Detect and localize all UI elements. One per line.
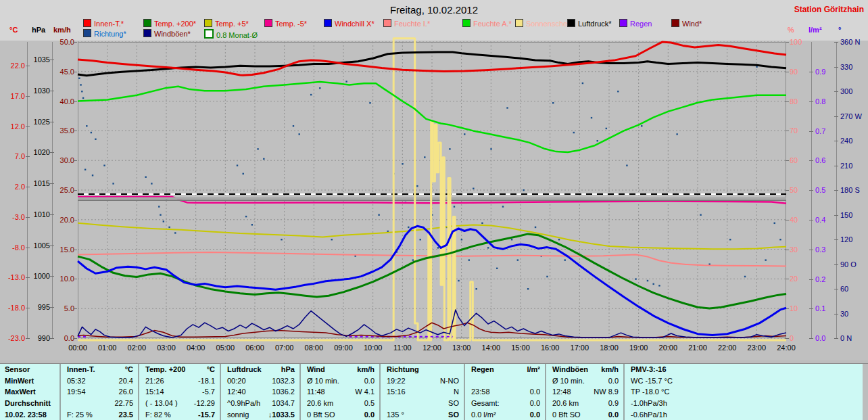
wind-direction-dot xyxy=(573,132,575,133)
wind-direction-dot xyxy=(145,177,146,178)
axis-tick-label-deg: 360 N xyxy=(840,39,860,46)
wind-direction-dot xyxy=(558,239,560,240)
legend-item-label: Windböen* xyxy=(154,30,191,38)
time-label: 20:00 xyxy=(653,344,683,352)
axis-tick-mark xyxy=(26,126,30,127)
axis-tick-mark xyxy=(809,250,813,250)
axis-tick-label-pct: 10 xyxy=(790,305,798,312)
wind-direction-dot xyxy=(756,66,757,68)
legend-item-wind-[interactable]: Wind* xyxy=(671,19,702,27)
table-cell-text: 0 Bft SO xyxy=(546,411,608,419)
table-cell-text: 0 Bft SO xyxy=(301,411,364,419)
wind-direction-dot xyxy=(591,117,592,118)
table-cell-value: NW 8.9 xyxy=(594,388,623,396)
legend-item-windb-en-[interactable]: Windböen* xyxy=(143,29,191,37)
wind-direction-dot xyxy=(641,125,642,126)
table-cell-text: 21:26 xyxy=(139,377,198,385)
legend-item-luftdruck-[interactable]: Luftdruck* xyxy=(567,19,612,27)
table-cell-text: 23:58 xyxy=(465,388,530,396)
legend-item-sonnenschein[interactable]: Sonnenschein xyxy=(515,19,573,27)
wind-direction-dot xyxy=(257,148,258,149)
table-cell-value: ↓1033.5 xyxy=(268,411,299,419)
table-column-regen: Regenl/m²23:580.0Gesamt:0.00.0 l/m²0.0 xyxy=(464,364,545,420)
axis-tick-mark xyxy=(50,183,54,184)
time-label: 00:00 xyxy=(63,344,93,352)
legend-item-feuchte-a-[interactable]: Feuchte A.* xyxy=(462,19,512,27)
wind-direction-dot xyxy=(82,97,84,99)
axis-tick-mark xyxy=(809,308,813,309)
wind-direction-dot xyxy=(464,133,465,135)
table-cell-text: 20.6 km xyxy=(301,399,364,407)
sensor-stats-table: SensorMinWertMaxWertDurchschnitt10.02. 2… xyxy=(0,364,863,420)
wind-direction-dot xyxy=(779,239,781,240)
legend-item-temp-+200-[interactable]: Temp. +200* xyxy=(143,19,196,27)
table-cell-text: 12:48 xyxy=(546,388,594,396)
axis-tick-mark xyxy=(73,308,77,309)
time-label: 24:00 xyxy=(771,344,801,352)
column-header-unit: l/m² xyxy=(527,365,545,373)
legend-swatch-icon xyxy=(671,19,679,27)
axis-tick-label-c: 22.0 xyxy=(11,62,25,70)
wind-direction-dot xyxy=(345,80,347,82)
legend-item-innen-t-[interactable]: Innen-T.* xyxy=(83,19,124,27)
legend-swatch-icon xyxy=(619,19,627,27)
wind-direction-dot xyxy=(78,78,80,79)
column-header-unit: °C xyxy=(207,365,220,373)
legend-item-temp-+5-[interactable]: Temp. +5* xyxy=(204,19,249,27)
wind-direction-dot xyxy=(461,239,462,240)
weather-plot[interactable] xyxy=(78,42,786,342)
legend-item-0-8-monat-[interactable]: 0.8 Monat-Ø xyxy=(204,29,258,37)
column-header-name: Wind xyxy=(301,365,357,373)
axis-tick-mark xyxy=(73,101,77,102)
legend-item-feuchte-i-[interactable]: Feuchte I.* xyxy=(383,19,430,27)
wind-direction-dot xyxy=(91,132,92,133)
axis-tick-label-kmh: 50.0 xyxy=(60,39,74,46)
legend-swatch-icon xyxy=(204,19,212,27)
legend-item-label: Sonnenschein xyxy=(526,20,573,28)
time-label: 13:00 xyxy=(447,344,477,352)
wind-direction-dot xyxy=(496,268,498,269)
axis-tick-label-lm2: 0.7 xyxy=(815,128,825,135)
legend-item-windchill-x-[interactable]: Windchill X* xyxy=(324,19,375,27)
table-cell-value: 20.4 xyxy=(119,377,138,385)
axis-tick-mark xyxy=(834,190,838,191)
table-cell-value: -12.29 xyxy=(194,399,220,407)
legend-item-richtung-[interactable]: Richtung* xyxy=(83,29,126,37)
column-header-unit: km/h xyxy=(601,365,623,373)
axis-tick-mark xyxy=(834,264,838,265)
table-cell-value: 1034.7 xyxy=(272,399,299,407)
axis-tick-mark xyxy=(26,248,30,248)
axis-unit-celsius: °C xyxy=(9,26,18,34)
legend-item-regen[interactable]: Regen xyxy=(619,19,652,27)
axis-unit-kmh: km/h xyxy=(53,26,71,34)
wind-direction-dot xyxy=(416,185,418,187)
column-header-name: Temp. +200 xyxy=(139,365,207,373)
wind-direction-dot xyxy=(449,148,450,149)
axis-tick-mark xyxy=(809,279,813,280)
axis-tick-label-c: 12.0 xyxy=(11,123,25,131)
legend-item-label: Windchill X* xyxy=(335,20,375,28)
table-row-label: MinWert xyxy=(0,377,34,385)
series-innen-temp xyxy=(78,42,786,75)
axis-tick-mark xyxy=(73,338,77,339)
table-cell-text: 15:14 xyxy=(139,388,202,396)
axis-tick-mark xyxy=(50,307,54,308)
wind-direction-dot xyxy=(502,206,504,207)
wind-direction-dot xyxy=(676,133,677,135)
legend-item-temp-5-[interactable]: Temp. -5* xyxy=(264,19,307,27)
wind-direction-dot xyxy=(546,276,548,277)
table-row-label: MaxWert xyxy=(0,388,36,396)
time-label: 04:00 xyxy=(181,344,211,352)
table-cell-text: 05:32 xyxy=(61,377,119,385)
wind-direction-dot xyxy=(552,102,554,103)
page-title: Freitag, 10.02.2012 xyxy=(0,4,868,16)
axis-tick-label-pct: 20 xyxy=(790,275,798,283)
table-column-innen-t-: Innen-T.°C05:3220.419:5426.022.75F: 25 %… xyxy=(59,364,138,420)
wind-direction-dot xyxy=(617,91,619,92)
table-cell-text: 00:20 xyxy=(221,377,272,385)
wind-direction-dot xyxy=(310,94,312,95)
table-cell-value: 0.5 xyxy=(364,399,379,407)
axis-tick-mark xyxy=(834,314,838,314)
axis-tick-mark xyxy=(809,338,813,339)
wind-direction-dot xyxy=(95,139,96,140)
